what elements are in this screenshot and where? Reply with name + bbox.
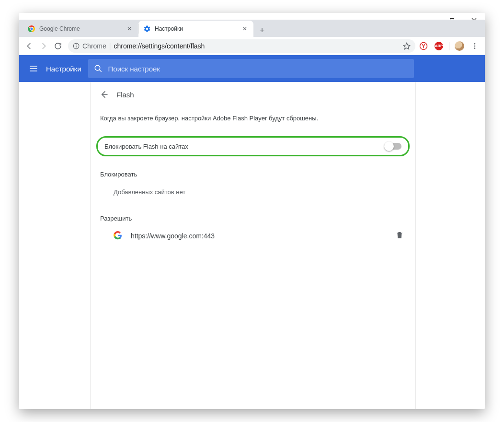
settings-search-input[interactable] xyxy=(108,65,408,73)
svg-point-17 xyxy=(95,65,100,70)
new-tab-button[interactable]: + xyxy=(255,23,269,37)
block-section-title: Блокировать xyxy=(91,156,415,183)
block-flash-toggle-row[interactable]: Блокировать Flash на сайтах xyxy=(96,136,410,156)
tab-strip: Google Chrome ✕ Настройки ✕ + xyxy=(19,20,485,37)
svg-point-6 xyxy=(30,27,33,30)
switch-knob xyxy=(384,141,394,151)
back-button[interactable] xyxy=(22,39,36,53)
forward-button[interactable] xyxy=(36,39,51,53)
close-tab-icon[interactable]: ✕ xyxy=(241,25,249,33)
settings-header: Настройки xyxy=(19,55,485,82)
tab-label: Настройки xyxy=(155,25,237,32)
tab-google-chrome[interactable]: Google Chrome ✕ xyxy=(23,21,138,37)
yandex-icon[interactable] xyxy=(418,41,429,51)
svg-point-11 xyxy=(474,43,476,45)
close-tab-icon[interactable]: ✕ xyxy=(126,25,133,33)
svg-rect-9 xyxy=(76,44,76,45)
reload-button[interactable] xyxy=(51,39,65,53)
gear-icon xyxy=(143,25,151,33)
star-icon[interactable] xyxy=(403,42,411,50)
allow-site-url: https://www.google.com:443 xyxy=(131,232,388,240)
browser-window: Google Chrome ✕ Настройки ✕ + Chrome xyxy=(19,13,485,409)
abp-icon[interactable]: ABP xyxy=(434,41,444,51)
allow-section-title: Разрешить xyxy=(91,200,415,227)
block-flash-switch[interactable] xyxy=(385,143,401,150)
panel-title: Flash xyxy=(116,91,134,99)
block-empty-text: Добавленных сайтов нет xyxy=(91,183,415,200)
omnibox[interactable]: Chrome | chrome://settings/content/flash xyxy=(68,39,415,53)
profile-avatar[interactable] xyxy=(454,41,465,51)
chrome-icon xyxy=(28,25,35,33)
allow-site-row: https://www.google.com:443 xyxy=(91,227,415,245)
settings-title: Настройки xyxy=(46,65,81,73)
panel-back-button[interactable] xyxy=(98,89,110,100)
omnibox-host-label: Chrome xyxy=(82,42,106,50)
flash-warning-text: Когда вы закроете браузер, настройки Ado… xyxy=(91,107,415,126)
toolbar-extensions: ABP xyxy=(418,41,482,51)
browser-toolbar: Chrome | chrome://settings/content/flash… xyxy=(19,37,485,55)
tab-label: Google Chrome xyxy=(39,25,122,32)
tab-settings[interactable]: Настройки ✕ xyxy=(138,21,253,37)
menu-button[interactable] xyxy=(470,41,480,51)
omnibox-url: chrome://settings/content/flash xyxy=(114,42,205,50)
svg-line-18 xyxy=(99,70,102,72)
settings-search[interactable] xyxy=(88,59,414,78)
toolbar-separator xyxy=(449,42,449,50)
titlebar xyxy=(19,13,485,20)
google-favicon xyxy=(114,231,123,241)
svg-rect-8 xyxy=(76,45,76,47)
settings-left-rail xyxy=(19,82,90,409)
block-flash-label: Блокировать Flash на сайтах xyxy=(104,143,188,150)
delete-site-button[interactable] xyxy=(395,231,406,241)
svg-point-12 xyxy=(474,45,476,47)
svg-point-13 xyxy=(474,47,476,49)
search-icon xyxy=(94,64,103,73)
hamburger-menu-icon[interactable] xyxy=(28,63,39,74)
panel-header: Flash xyxy=(91,82,415,107)
site-info-icon[interactable] xyxy=(73,43,80,49)
settings-content: Flash Когда вы закроете браузер, настрой… xyxy=(19,82,485,409)
flash-settings-panel: Flash Когда вы закроете браузер, настрой… xyxy=(90,82,416,409)
